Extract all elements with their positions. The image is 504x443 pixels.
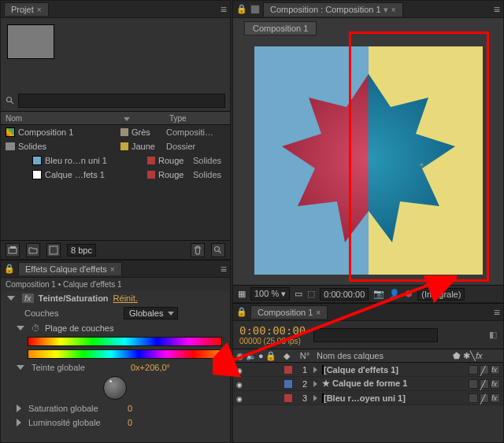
timeline-search-input[interactable] — [313, 328, 438, 342]
project-tab[interactable]: Projet× — [4, 2, 49, 16]
panel-menu-icon[interactable] — [494, 3, 500, 16]
channel-icon[interactable]: ▭ — [295, 289, 302, 299]
visibility-toggle[interactable] — [236, 379, 246, 389]
effect-name[interactable]: Teinte/Saturation — [39, 293, 109, 303]
svg-line-6 — [219, 250, 221, 253]
lock-icon[interactable]: 🔒 — [4, 264, 15, 274]
svg-rect-3 — [10, 246, 16, 249]
viewer-tab[interactable]: Composition : Composition 1 ▾× — [263, 2, 403, 17]
search-icon — [6, 96, 15, 105]
viewer-timecode[interactable]: 0:00:00:00 — [320, 288, 369, 301]
channels-label: Couches — [24, 308, 119, 318]
switch[interactable]: ╱ — [480, 365, 489, 375]
timeline-column-headers: ◉ 🔈 ● 🔒 ◆ N° Nom des calques ⬟ ✱╲fx — [233, 349, 503, 363]
expand-icon[interactable] — [313, 367, 317, 373]
audio-header-icon[interactable]: 🔈 — [246, 351, 257, 361]
comp-icon — [250, 5, 260, 14]
asset-row[interactable]: Composition 1GrèsCompositi… — [1, 125, 230, 139]
asset-row[interactable]: Calque …fets 1RougeSolides — [1, 168, 230, 182]
mask-icon[interactable]: ⬚ — [307, 289, 315, 299]
collapse-icon[interactable] — [17, 404, 21, 412]
label-color[interactable] — [284, 394, 292, 402]
visibility-header-icon[interactable]: ◉ — [236, 351, 244, 361]
channel-range-label: Plage de couches — [45, 323, 113, 333]
effects-context-header: Composition 1 • Calque d'effets 1 — [1, 278, 230, 291]
panel-menu-icon[interactable] — [220, 3, 227, 16]
asset-row[interactable]: Bleu ro…n uni 1RougeSolides — [1, 153, 230, 168]
expand-icon[interactable] — [313, 381, 317, 387]
timeline-timecode[interactable]: 0:00:00:00 — [239, 324, 306, 337]
label-color[interactable] — [284, 380, 292, 388]
effects-tab[interactable]: Effets Calque d'effets× — [18, 262, 122, 275]
expand-icon[interactable] — [7, 296, 15, 301]
panel-menu-icon[interactable] — [220, 263, 227, 275]
project-column-headers: Nom Type — [1, 111, 230, 125]
bpc-indicator[interactable]: 8 bpc — [67, 244, 96, 257]
channels-dropdown[interactable]: Globales — [124, 307, 178, 319]
label-header-icon[interactable]: ◆ — [284, 351, 290, 360]
zoom-dropdown[interactable]: 100 % ▾ — [250, 287, 290, 301]
timeline-tab[interactable]: Composition 1× — [250, 305, 328, 319]
switch[interactable]: ╱ — [480, 393, 489, 403]
3d-icon[interactable]: ⬢ — [405, 289, 413, 299]
shy-header-icon[interactable]: ⬟ — [453, 351, 461, 360]
camera-icon[interactable]: 👤 — [389, 289, 400, 299]
switch[interactable] — [469, 393, 478, 403]
new-folder-button[interactable] — [26, 243, 40, 257]
new-comp-button[interactable] — [46, 243, 61, 257]
master-lum-label: Luminosité globale — [28, 418, 123, 427]
expand-icon[interactable] — [17, 326, 24, 330]
close-icon[interactable]: × — [37, 6, 42, 14]
visibility-toggle[interactable] — [236, 365, 246, 375]
close-icon[interactable]: × — [316, 308, 321, 317]
asset-row[interactable]: SolidesJauneDossier — [1, 139, 230, 153]
close-icon[interactable]: × — [110, 265, 115, 274]
svg-rect-4 — [50, 246, 57, 254]
delete-button[interactable] — [191, 243, 205, 257]
project-search-input[interactable] — [18, 94, 225, 108]
lock-header-icon[interactable]: 🔒 — [265, 351, 276, 361]
snapshot-icon[interactable]: 📷 — [373, 289, 384, 299]
switch[interactable]: fx — [491, 393, 500, 403]
collapse-icon[interactable] — [17, 419, 21, 426]
switch[interactable] — [469, 379, 478, 389]
search-toggle-button[interactable] — [211, 243, 225, 257]
label-color[interactable] — [284, 366, 292, 374]
hue-spectrum-input — [28, 337, 222, 346]
fx-badge[interactable]: fx — [22, 293, 34, 303]
close-icon[interactable]: × — [391, 6, 396, 14]
interpret-footage-button[interactable] — [6, 243, 20, 257]
switch[interactable]: fx — [491, 365, 500, 375]
star-icon: ★ — [322, 378, 330, 388]
layer-row[interactable]: 3 [Bleu r…oyen uni 1]╱fx — [233, 391, 503, 405]
stopwatch-icon[interactable]: ⏱ — [32, 323, 40, 333]
visibility-toggle[interactable] — [236, 393, 246, 403]
lock-icon[interactable]: 🔒 — [236, 4, 247, 14]
switch[interactable] — [469, 365, 478, 375]
project-thumbnail — [7, 24, 54, 59]
lock-icon[interactable]: 🔒 — [236, 307, 247, 317]
hue-angle-knob[interactable] — [103, 376, 127, 400]
master-hue-value[interactable]: 0x+206,0° — [131, 363, 170, 372]
switch[interactable]: ╱ — [480, 379, 489, 389]
timeline-menu-icon[interactable]: ◧ — [489, 330, 497, 340]
master-sat-label: Saturation globale — [28, 404, 123, 413]
comp-breadcrumb-tab[interactable]: Composition 1 — [244, 21, 317, 35]
svg-line-1 — [11, 102, 13, 104]
layer-row[interactable]: 1 [Calque d'effets 1]╱fx — [233, 363, 503, 377]
grid-icon[interactable]: ▦ — [238, 289, 246, 299]
master-sat-value[interactable]: 0 — [128, 404, 132, 413]
expand-icon[interactable] — [313, 395, 317, 401]
resolution-dropdown[interactable]: (Intégrale) — [417, 288, 465, 301]
folder-icon — [6, 142, 15, 150]
timeline-frame-info: 00000 (25.00 ips) — [239, 337, 306, 345]
master-hue-label: Teinte globale — [32, 363, 126, 372]
switch[interactable]: fx — [491, 379, 500, 389]
expand-icon[interactable] — [17, 365, 24, 370]
layer-row[interactable]: 2★ Calque de forme 1╱fx — [233, 377, 503, 391]
panel-menu-icon[interactable] — [494, 306, 500, 319]
reset-link[interactable]: Réinit. — [113, 293, 138, 303]
master-lum-value[interactable]: 0 — [128, 418, 132, 427]
svg-point-0 — [7, 98, 12, 102]
solo-header-icon[interactable]: ● — [258, 351, 264, 361]
